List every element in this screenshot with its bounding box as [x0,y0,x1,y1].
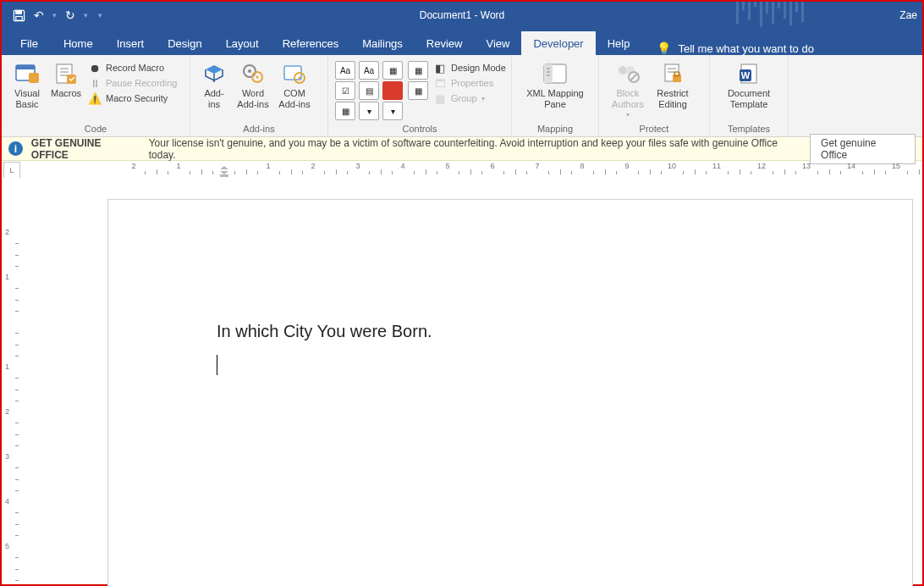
svg-point-17 [619,66,627,75]
tab-references[interactable]: References [271,31,350,55]
controls-gallery: Aa Aa ▦ ☑ ▤ ▦ ▾ ▾ [335,61,403,120]
tab-view[interactable]: View [474,31,521,55]
design-mode-button[interactable]: ◧Design Mode [433,61,506,75]
tell-me-search[interactable]: 💡 Tell me what you want to do [657,41,813,55]
tell-me-label: Tell me what you want to do [678,42,813,55]
group-control-icon[interactable]: ▦ [408,81,428,100]
vertical-ruler[interactable]: 2112345 [2,178,20,584]
tab-mailings[interactable]: Mailings [350,31,415,55]
building-block-control-icon[interactable]: ▾ [359,102,379,120]
qat-customize-icon[interactable]: ▾ [98,11,102,19]
group-label-protect: Protect [604,123,704,136]
warning-icon: ⚠️ [88,91,102,105]
genuine-office-warning: i GET GENUINE OFFICE Your license isn't … [2,137,922,161]
group-mapping: XML Mapping Pane Mapping [512,55,599,136]
qat-dropdown-2[interactable]: ▾ [84,11,88,19]
group-code: Visual Basic Macros ⏺Record Macro ⏸Pause… [2,55,190,136]
page[interactable] [108,200,912,586]
document-content[interactable]: In which City You were Born. [217,322,432,378]
addins-icon [203,61,225,86]
repeat-control-icon[interactable]: ▦ [408,61,428,80]
lightbulb-icon: 💡 [657,41,671,55]
group-protect: Block Authors▾ Restrict Editing Protect [599,55,710,136]
controls-gallery2: ▦ ▦ [408,61,428,100]
pause-recording-button: ⏸Pause Recording [88,76,177,90]
svg-point-9 [248,69,251,73]
svg-rect-4 [16,65,35,69]
tab-layout[interactable]: Layout [214,31,271,55]
tab-home[interactable]: Home [52,31,105,55]
group-label-controls: Controls [333,123,506,136]
checkbox-control-icon[interactable]: ☑ [335,81,355,100]
restrict-editing-button[interactable]: Restrict Editing [652,58,694,109]
group-label-code: Code [7,123,184,136]
tab-developer[interactable]: Developer [521,31,595,55]
visual-basic-button[interactable]: Visual Basic [7,58,47,109]
restrict-editing-icon [663,61,683,86]
ruler-row: L 21123456789101112131415 [2,161,922,178]
record-icon: ⏺ [88,61,102,75]
quick-access-toolbar: ↶ ▾ ↻ ▾ ▾ [2,7,104,24]
com-addins-button[interactable]: COM Add-ins [273,58,316,109]
horizontal-ruler[interactable]: 21123456789101112131415 [24,161,922,178]
get-genuine-office-button[interactable]: Get genuine Office [810,134,916,164]
undo-icon[interactable]: ↶ [30,7,47,24]
text-line[interactable]: In which City You were Born. [217,322,432,341]
group-label-mapping: Mapping [517,123,593,136]
com-addins-icon [283,61,306,86]
tab-file[interactable]: File [7,31,52,55]
block-authors-button: Block Authors▾ [604,58,652,119]
svg-rect-2 [15,16,22,20]
ribbon: Visual Basic Macros ⏺Record Macro ⏸Pause… [2,55,922,137]
word-template-icon: W [738,61,760,86]
tab-selector[interactable]: L [3,162,20,179]
svg-rect-5 [29,73,39,83]
title-bar: ↶ ▾ ↻ ▾ ▾ Document1 - Word Zae [2,2,922,29]
addins-button[interactable]: Add- ins [195,58,233,109]
macro-security-button[interactable]: ⚠️Macro Security [88,91,177,105]
block-authors-icon [615,61,641,86]
group-controls: Aa Aa ▦ ☑ ▤ ▦ ▾ ▾ ▦ ▦ ◧Design Mode 🗔Prop… [328,55,512,136]
tab-insert[interactable]: Insert [105,31,157,55]
date-picker-control-icon[interactable]: ▦ [335,102,355,120]
group-icon: ▦ [433,91,447,105]
group-addins: Add- ins Word Add-ins COM Add-ins Add-in… [190,55,328,136]
app-name: Word [481,9,504,21]
save-icon[interactable] [10,7,27,24]
tab-design[interactable]: Design [156,31,213,55]
xml-mapping-button[interactable]: XML Mapping Pane [521,58,589,109]
design-mode-icon: ◧ [433,61,447,75]
macros-button[interactable]: Macros [47,58,85,99]
picture-control-icon[interactable]: ▦ [382,61,403,80]
group-label-templates: Templates [715,123,783,136]
svg-point-11 [256,76,259,79]
dropdown-control-icon[interactable] [382,81,403,100]
legacy-tools-icon[interactable]: ▾ [382,102,403,120]
svg-rect-26 [220,174,228,177]
indent-marker[interactable] [219,166,229,178]
xml-mapping-icon [542,61,568,86]
svg-point-14 [299,77,301,80]
redo-icon[interactable]: ↻ [62,7,79,24]
warning-title: GET GENUINE OFFICE [31,137,140,161]
plain-text-control-icon[interactable]: Aa [359,61,379,80]
rich-text-control-icon[interactable]: Aa [335,61,355,80]
document-template-button[interactable]: W Document Template [719,58,778,109]
properties-button: 🗔Properties [433,76,506,90]
doc-name: Document1 [420,9,471,21]
tab-help[interactable]: Help [596,31,642,55]
combobox-control-icon[interactable]: ▤ [359,81,379,100]
document-area[interactable] [20,178,922,584]
group-button: ▦Group ▾ [433,91,506,105]
record-macro-button[interactable]: ⏺Record Macro [88,61,177,75]
properties-icon: 🗔 [433,76,447,90]
word-addins-icon [241,61,265,86]
word-addins-button[interactable]: Word Add-ins [233,58,273,109]
tab-review[interactable]: Review [415,31,475,55]
warning-message: Your license isn't genuine, and you may … [149,137,801,161]
svg-rect-1 [15,10,21,14]
text-cursor [217,355,217,375]
qat-dropdown-1[interactable]: ▾ [52,11,57,19]
info-icon: i [8,141,23,156]
user-name[interactable]: Zae [899,9,922,21]
